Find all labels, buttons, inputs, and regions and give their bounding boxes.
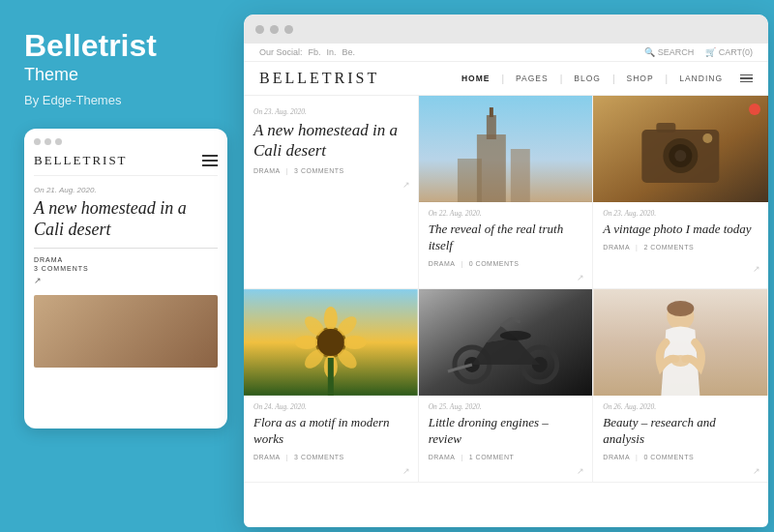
article-meta-3: DRAMA | 2 COMMENTS: [603, 244, 759, 251]
article-meta-2: DRAMA | 0 COMMENTS: [429, 260, 583, 267]
svg-point-37: [671, 355, 691, 367]
article-body-3: On 23. Aug. 2020. A vintage photo I made…: [593, 202, 768, 280]
article-image-praying: [593, 289, 768, 396]
mobile-article-image: [34, 295, 218, 368]
articles-row-2: On 24. Aug. 2020. Flora as a motif in mo…: [244, 289, 768, 483]
article-title-3: A vintage photo I made today: [603, 222, 759, 238]
site-nav: HOME | PAGES | BLOG | SHOP | LANDING: [461, 74, 753, 84]
browser-dot-red: [255, 25, 264, 34]
svg-point-15: [324, 307, 338, 330]
articles-row-1: On 23. Aug. 2020. A new homestead in a C…: [244, 96, 768, 289]
social-in[interactable]: In.: [327, 47, 337, 57]
browser-bar: [244, 15, 768, 44]
article-title-1: A new homestead in a Cali desert: [253, 120, 408, 162]
article-date-6: On 26. Aug. 2020.: [603, 402, 759, 411]
article-share-5[interactable]: ↗: [577, 466, 584, 476]
nav-blog[interactable]: BLOG: [574, 74, 601, 83]
article-cell-4: On 24. Aug. 2020. Flora as a motif in mo…: [244, 289, 419, 483]
article-comments-1: 3 COMMENTS: [294, 167, 344, 174]
article-meta-1: DRAMA | 3 COMMENTS: [253, 167, 408, 174]
article-meta-4: DRAMA | 3 COMMENTS: [253, 454, 408, 460]
article-comments-4: 3 COMMENTS: [294, 454, 344, 460]
article-tag-2: DRAMA: [429, 260, 456, 267]
cart-link[interactable]: 🛒 CART(0): [705, 47, 753, 57]
svg-point-17: [295, 336, 318, 349]
search-link[interactable]: 🔍 SEARCH: [644, 47, 694, 57]
mobile-share-icon[interactable]: ↗: [34, 276, 218, 285]
notification-dot: [749, 103, 760, 115]
article-meta-6: DRAMA | 0 COMMENTS: [603, 454, 759, 460]
mobile-logo: BELLETRIST: [34, 153, 128, 168]
article-image-sunflower: [244, 289, 418, 396]
svg-rect-11: [657, 123, 676, 133]
left-panel: Belletrist Theme By Edge-Themes BELLETRI…: [0, 0, 240, 532]
article-tag-4: DRAMA: [253, 454, 281, 460]
article-body-4: On 24. Aug. 2020. Flora as a motif in mo…: [244, 396, 418, 482]
article-share-6[interactable]: ↗: [753, 466, 760, 476]
svg-rect-4: [510, 149, 529, 202]
mobile-article-comments: 3 COMMENTS: [34, 265, 218, 272]
mobile-window-dots: [34, 138, 218, 145]
browser-mockup: Our Social: Fb. In. Be. 🔍 SEARCH 🛒 CART(…: [244, 15, 768, 527]
article-cell-6: On 26. Aug. 2020. Beauty – research and …: [593, 289, 768, 483]
article-tag-3: DRAMA: [603, 244, 630, 251]
brand-subtitle: Theme: [24, 65, 216, 85]
mobile-menu-icon[interactable]: [202, 155, 218, 166]
article-date-1: On 23. Aug. 2020.: [253, 107, 408, 116]
article-cell-2: On 22. Aug. 2020. The reveal of the real…: [419, 96, 594, 289]
article-meta-5: DRAMA | 1 COMMENT: [429, 454, 583, 460]
article-title-5: Little droning engines – review: [429, 415, 583, 448]
article-tag-5: DRAMA: [429, 454, 456, 460]
mobile-mockup: BELLETRIST On 21. Aug. 2020. A new homes…: [24, 129, 227, 429]
browser-dot-green: [284, 25, 293, 34]
mobile-article-date: On 21. Aug. 2020.: [34, 186, 218, 194]
nav-pages[interactable]: PAGES: [516, 74, 549, 83]
article-share-1[interactable]: ↗: [402, 180, 410, 190]
article-share-3[interactable]: ↗: [753, 264, 760, 274]
social-links: Our Social: Fb. In. Be.: [259, 47, 355, 57]
article-image-camera: [593, 96, 768, 202]
article-image-motorcycle: [419, 289, 593, 396]
social-be[interactable]: Be.: [342, 47, 356, 57]
nav-shop[interactable]: SHOP: [627, 74, 654, 83]
svg-point-23: [317, 329, 344, 356]
site-topbar: Our Social: Fb. In. Be. 🔍 SEARCH 🛒 CART(…: [244, 44, 768, 62]
svg-rect-24: [328, 358, 334, 396]
nav-hamburger-icon[interactable]: [740, 74, 753, 83]
article-share-2[interactable]: ↗: [577, 273, 584, 282]
article-date-5: On 25. Aug. 2020.: [429, 402, 583, 411]
nav-home[interactable]: HOME: [461, 74, 491, 83]
top-actions: 🔍 SEARCH 🛒 CART(0): [644, 47, 753, 57]
article-title-2: The reveal of the real truth itself: [429, 222, 583, 254]
mobile-nav: BELLETRIST: [34, 153, 218, 176]
svg-point-18: [343, 336, 367, 349]
article-share-4[interactable]: ↗: [402, 466, 410, 476]
article-body-2: On 22. Aug. 2020. The reveal of the real…: [419, 202, 593, 288]
article-date-4: On 24. Aug. 2020.: [253, 402, 408, 411]
mobile-article-title: A new homestead in a Cali desert: [34, 198, 218, 240]
article-image-church: [419, 96, 593, 202]
nav-landing[interactable]: LANDING: [679, 74, 723, 83]
svg-rect-2: [487, 115, 496, 139]
browser-dot-yellow: [270, 25, 279, 34]
social-fb[interactable]: Fb.: [309, 47, 321, 57]
mobile-article-tag: DRAMA: [34, 256, 218, 263]
svg-rect-3: [490, 107, 493, 117]
svg-rect-5: [458, 159, 482, 202]
article-tag-6: DRAMA: [603, 454, 630, 460]
article-title-6: Beauty – research and analysis: [603, 415, 759, 448]
article-date-3: On 23. Aug. 2020.: [603, 209, 759, 218]
article-cell-5: On 25. Aug. 2020. Little droning engines…: [419, 289, 594, 483]
article-comments-2: 0 COMMENTS: [469, 260, 520, 267]
article-cell-3: On 23. Aug. 2020. A vintage photo I made…: [593, 96, 768, 289]
article-body-5: On 25. Aug. 2020. Little droning engines…: [419, 396, 593, 482]
article-date-2: On 22. Aug. 2020.: [429, 209, 583, 218]
article-cell-1: On 23. Aug. 2020. A new homestead in a C…: [244, 96, 419, 289]
brand-by: By Edge-Themes: [24, 93, 216, 107]
svg-point-10: [675, 150, 687, 162]
article-body-6: On 26. Aug. 2020. Beauty – research and …: [593, 396, 768, 482]
article-comments-5: 1 COMMENT: [469, 454, 515, 460]
article-title-4: Flora as a motif in modern works: [253, 415, 408, 448]
site-logo[interactable]: Belletrist: [259, 70, 379, 87]
article-comments-3: 2 COMMENTS: [643, 244, 694, 251]
